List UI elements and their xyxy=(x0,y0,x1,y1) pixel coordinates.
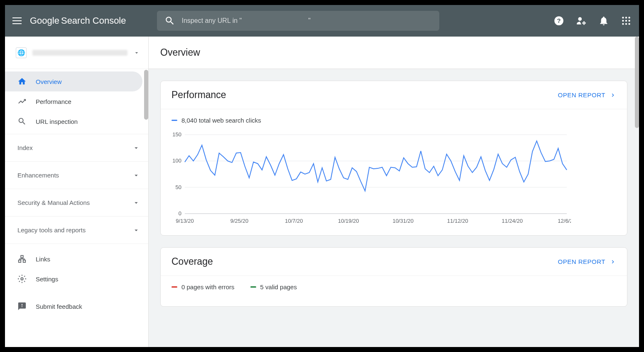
legend-text: 8,040 total web search clicks xyxy=(181,117,261,124)
legend-text: 5 valid pages xyxy=(260,283,297,290)
chevron-right-icon xyxy=(610,258,616,265)
coverage-legend: 0 pages with errors 5 valid pages xyxy=(171,283,616,290)
help-icon[interactable]: ? xyxy=(553,15,564,26)
svg-point-8 xyxy=(625,20,627,22)
home-icon xyxy=(17,77,27,86)
chevron-down-icon xyxy=(132,144,140,152)
section-label: Index xyxy=(17,144,33,151)
main-content: Overview Performance OPEN REPORT xyxy=(149,37,639,347)
svg-point-3 xyxy=(583,22,585,24)
svg-point-5 xyxy=(625,17,627,18)
app-logo: Google Search Console xyxy=(30,15,126,26)
sidebar-section-security[interactable]: Security & Manual Actions xyxy=(5,189,148,216)
apps-icon[interactable] xyxy=(621,15,632,26)
chevron-right-icon xyxy=(610,92,616,98)
feedback-icon xyxy=(17,302,27,311)
svg-text:?: ? xyxy=(557,17,561,24)
sidebar-item-label: URL inspection xyxy=(36,118,78,125)
coverage-card: Coverage OPEN REPORT 0 pages with errors xyxy=(160,247,627,307)
svg-point-11 xyxy=(625,23,627,25)
sidebar-item-label: Submit feedback xyxy=(36,303,82,310)
card-title: Coverage xyxy=(171,256,213,267)
open-report-label: OPEN REPORT xyxy=(558,91,605,98)
search-icon xyxy=(17,117,27,126)
url-inspect-search[interactable] xyxy=(157,11,439,31)
user-settings-icon[interactable] xyxy=(576,15,587,26)
chart-svg: 0501001509/13/209/25/2010/7/2010/19/2010… xyxy=(168,130,571,226)
sidebar: 🌐 Overview Performance URL inspection xyxy=(5,37,149,347)
trend-icon xyxy=(17,97,27,106)
property-selector[interactable]: 🌐 xyxy=(5,37,148,69)
svg-point-16 xyxy=(21,278,23,280)
sidebar-item-links[interactable]: Links xyxy=(5,249,148,269)
nav-feedback-group: Submit feedback xyxy=(5,294,148,319)
svg-point-12 xyxy=(628,23,630,25)
section-label: Security & Manual Actions xyxy=(17,199,90,206)
performance-card: Performance OPEN REPORT 8,040 total web … xyxy=(160,81,627,236)
svg-text:12/6/20: 12/6/20 xyxy=(558,218,571,224)
sidebar-item-label: Overview xyxy=(36,78,62,85)
page-header: Overview xyxy=(149,37,639,69)
legend-dash-icon xyxy=(171,120,177,121)
notifications-icon[interactable] xyxy=(598,15,609,26)
svg-text:9/13/20: 9/13/20 xyxy=(176,218,193,224)
logo-google-text: Google xyxy=(30,15,59,26)
property-name-redacted xyxy=(32,50,127,56)
sidebar-scrollbar[interactable] xyxy=(144,70,148,120)
header-actions: ? xyxy=(553,15,632,26)
chevron-down-icon xyxy=(132,226,140,234)
svg-point-6 xyxy=(628,17,630,18)
section-label: Legacy tools and reports xyxy=(17,226,86,234)
svg-text:150: 150 xyxy=(172,131,181,138)
sidebar-item-settings[interactable]: Settings xyxy=(5,269,148,289)
sidebar-item-url-inspection[interactable]: URL inspection xyxy=(5,111,148,131)
globe-icon: 🌐 xyxy=(16,47,27,58)
search-icon xyxy=(164,15,175,26)
card-header: Performance OPEN REPORT xyxy=(161,81,627,109)
page-title: Overview xyxy=(160,47,200,58)
svg-text:10/31/20: 10/31/20 xyxy=(392,218,414,224)
links-icon xyxy=(17,254,27,263)
legend-dash-icon xyxy=(250,286,256,288)
svg-text:10/7/20: 10/7/20 xyxy=(285,218,303,224)
sidebar-item-label: Settings xyxy=(36,276,58,283)
logo-product-text: Search Console xyxy=(61,15,126,26)
main-scrollbar[interactable] xyxy=(635,37,639,128)
sidebar-item-performance[interactable]: Performance xyxy=(5,91,148,111)
svg-rect-13 xyxy=(21,256,23,258)
performance-chart: 0501001509/13/209/25/2010/7/2010/19/2010… xyxy=(168,130,571,226)
legend-item-errors: 0 pages with errors xyxy=(171,283,235,290)
open-report-button[interactable]: OPEN REPORT xyxy=(558,91,616,98)
menu-button[interactable] xyxy=(12,15,24,27)
svg-point-7 xyxy=(622,20,624,22)
app-root: Google Search Console ? 🌐 Over xyxy=(5,5,639,347)
card-title: Performance xyxy=(171,89,226,101)
content-area: Performance OPEN REPORT 8,040 total web … xyxy=(149,69,639,330)
svg-text:50: 50 xyxy=(176,184,181,190)
legend-dash-icon xyxy=(171,286,177,288)
legend-item-clicks: 8,040 total web search clicks xyxy=(171,117,261,124)
sidebar-item-feedback[interactable]: Submit feedback xyxy=(5,296,148,316)
svg-text:11/12/20: 11/12/20 xyxy=(447,218,468,224)
sidebar-section-enhancements[interactable]: Enhancements xyxy=(5,161,148,189)
svg-point-4 xyxy=(622,17,624,18)
nav-footer: Links Settings xyxy=(5,244,148,289)
chart-legend: 8,040 total web search clicks xyxy=(171,117,616,124)
card-header: Coverage OPEN REPORT xyxy=(161,248,627,276)
open-report-label: OPEN REPORT xyxy=(558,258,605,265)
open-report-button[interactable]: OPEN REPORT xyxy=(558,258,616,265)
nav-primary: Overview Performance URL inspection xyxy=(5,69,148,134)
chevron-down-icon xyxy=(133,49,140,56)
sidebar-item-label: Performance xyxy=(36,98,71,105)
app-header: Google Search Console ? xyxy=(5,5,639,37)
svg-rect-15 xyxy=(23,260,26,263)
chevron-down-icon xyxy=(132,172,140,179)
sidebar-item-overview[interactable]: Overview xyxy=(5,71,142,91)
svg-rect-14 xyxy=(19,260,21,263)
card-body: 8,040 total web search clicks 0501001509… xyxy=(161,109,627,235)
url-inspect-input[interactable] xyxy=(182,17,432,25)
sidebar-section-index[interactable]: Index xyxy=(5,134,148,161)
sidebar-section-legacy[interactable]: Legacy tools and reports xyxy=(5,216,148,244)
legend-text: 0 pages with errors xyxy=(181,283,235,290)
svg-point-2 xyxy=(578,17,582,21)
